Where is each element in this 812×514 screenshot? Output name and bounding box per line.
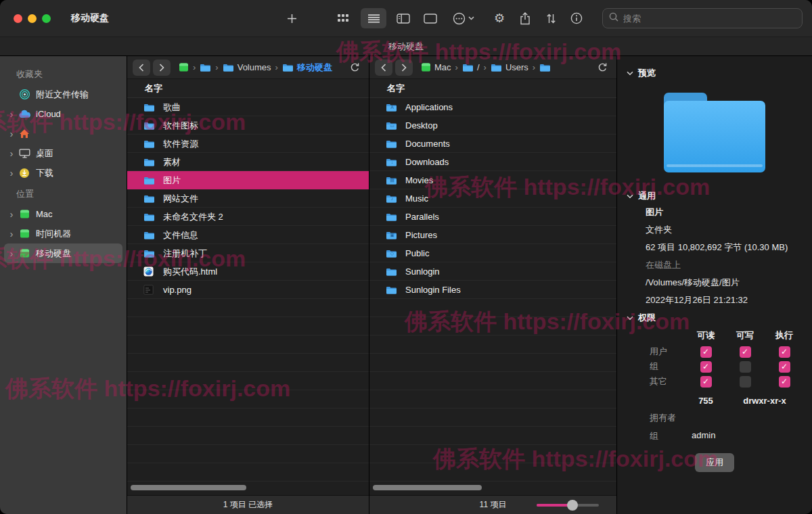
- file-name: Documents: [405, 139, 450, 149]
- file-row[interactable]: 购买代码.html: [127, 262, 369, 281]
- slider-thumb[interactable]: [567, 500, 578, 511]
- checkbox-unchecked[interactable]: [740, 376, 751, 388]
- breadcrumb-separator: ›: [193, 62, 196, 72]
- icon-size-slider[interactable]: [537, 504, 599, 507]
- file-row[interactable]: ▤Movies: [369, 171, 616, 189]
- checkbox-checked[interactable]: ✓: [700, 346, 712, 358]
- disclosure-chevron-icon[interactable]: ›: [7, 108, 16, 120]
- close-button[interactable]: [14, 14, 22, 23]
- chevron-down-icon: [627, 71, 633, 76]
- back-button[interactable]: [375, 60, 392, 76]
- file-row[interactable]: Sunlogin: [369, 262, 616, 281]
- checkbox-checked[interactable]: ✓: [740, 346, 751, 358]
- traffic-lights: [14, 14, 56, 23]
- breadcrumb-separator: ›: [533, 62, 535, 72]
- file-row[interactable]: 软件资源: [127, 135, 369, 153]
- checkbox-checked[interactable]: ✓: [700, 361, 712, 373]
- sidebar-item[interactable]: ›移动硬盘: [4, 243, 122, 263]
- disclosure-chevron-icon[interactable]: ›: [7, 147, 16, 159]
- breadcrumb-segment[interactable]: [200, 63, 211, 72]
- fullscreen-button[interactable]: [42, 14, 51, 23]
- list-view-button[interactable]: [361, 8, 386, 28]
- breadcrumb: ››Volumes›移动硬盘: [179, 62, 346, 74]
- permissions-section-header[interactable]: 权限: [627, 312, 803, 324]
- share-button[interactable]: [514, 8, 537, 28]
- file-row[interactable]: 文件信息: [127, 226, 369, 244]
- search-field[interactable]: [602, 8, 803, 28]
- forward-button[interactable]: [395, 60, 413, 76]
- disclosure-chevron-icon[interactable]: ›: [7, 228, 16, 239]
- breadcrumb-segment[interactable]: /: [462, 62, 480, 72]
- file-row[interactable]: 图片: [127, 171, 369, 189]
- search-input[interactable]: [623, 14, 786, 24]
- file-row[interactable]: 网站文件: [127, 189, 369, 208]
- folder-icon: [223, 63, 234, 72]
- tab-mobile-disk[interactable]: 移动硬盘: [388, 41, 424, 53]
- checkbox-checked[interactable]: ✓: [779, 346, 790, 358]
- horizontal-scrollbar[interactable]: [373, 485, 482, 490]
- checkbox-checked[interactable]: ✓: [779, 376, 790, 388]
- sidebar-item[interactable]: ›: [4, 124, 122, 143]
- file-row[interactable]: 素材: [127, 153, 369, 171]
- disclosure-chevron-icon[interactable]: ›: [7, 128, 16, 139]
- back-button[interactable]: [133, 60, 150, 76]
- sidebar-item[interactable]: 附近文件传输: [4, 85, 122, 104]
- status-text: 1 项目 已选择: [223, 499, 273, 511]
- file-row[interactable]: 软件图标: [127, 116, 369, 135]
- sidebar-item[interactable]: ›下载: [4, 163, 122, 183]
- apply-button[interactable]: 应用: [695, 453, 734, 472]
- breadcrumb-segment[interactable]: 移动硬盘: [282, 62, 332, 74]
- breadcrumb-segment[interactable]: [539, 63, 551, 72]
- info-button[interactable]: [565, 8, 588, 28]
- disclosure-chevron-icon[interactable]: ›: [7, 248, 16, 259]
- column-view-button[interactable]: [392, 8, 415, 28]
- disclosure-chevron-icon[interactable]: ›: [7, 167, 16, 179]
- file-row[interactable]: ◇Public: [369, 244, 616, 262]
- file-row[interactable]: Parallels: [369, 208, 616, 226]
- settings-button[interactable]: ⚙: [488, 8, 511, 28]
- sort-button[interactable]: [539, 8, 562, 28]
- checkbox-unchecked[interactable]: [740, 361, 751, 373]
- breadcrumb-segment[interactable]: Volumes: [223, 62, 271, 72]
- drive-icon: [18, 248, 31, 259]
- file-row[interactable]: 注册机补丁: [127, 244, 369, 262]
- file-row[interactable]: AApplications: [369, 98, 616, 116]
- sidebar-item[interactable]: ›桌面: [4, 143, 122, 163]
- sidebar-item[interactable]: ›时间机器: [4, 224, 122, 243]
- horizontal-scrollbar[interactable]: [131, 485, 246, 490]
- file-row[interactable]: Documents: [369, 135, 616, 153]
- file-row[interactable]: ▭Desktop: [369, 116, 616, 135]
- folder-icon: [143, 212, 158, 223]
- forward-button[interactable]: [153, 60, 171, 76]
- column-header-name[interactable]: 名字: [127, 79, 369, 98]
- refresh-button[interactable]: [346, 62, 363, 72]
- general-section-header[interactable]: 通用: [627, 190, 803, 202]
- preview-section-header[interactable]: 预览: [627, 67, 803, 79]
- file-row[interactable]: ↓Downloads: [369, 153, 616, 171]
- breadcrumb-segment[interactable]: [179, 62, 189, 72]
- slider-fill: [537, 504, 571, 507]
- new-tab-button[interactable]: [280, 8, 303, 28]
- file-row[interactable]: 歌曲: [127, 98, 369, 116]
- chevron-down-icon: [627, 316, 633, 321]
- breadcrumb-segment[interactable]: Mac: [421, 62, 451, 72]
- file-row[interactable]: ♪Music: [369, 189, 616, 208]
- disclosure-chevron-icon[interactable]: ›: [7, 208, 16, 220]
- column-header-name[interactable]: 名字: [369, 79, 616, 98]
- path-bar-right: Mac›/›Users›: [369, 56, 616, 79]
- sidebar-item[interactable]: ›iCloud: [4, 104, 122, 124]
- sidebar-item[interactable]: ›Mac: [4, 204, 122, 224]
- file-row[interactable]: 未命名文件夹 2: [127, 208, 369, 226]
- file-row[interactable]: vip.png: [127, 281, 369, 299]
- file-row[interactable]: ▣Pictures: [369, 226, 616, 244]
- breadcrumb-separator: ›: [275, 62, 278, 72]
- minimize-button[interactable]: [28, 14, 37, 23]
- icon-view-button[interactable]: [332, 8, 355, 28]
- file-row[interactable]: Sunlogin Files: [369, 281, 616, 299]
- checkbox-checked[interactable]: ✓: [700, 376, 712, 388]
- more-options-button[interactable]: [449, 8, 478, 28]
- breadcrumb-segment[interactable]: Users: [491, 62, 528, 72]
- refresh-button[interactable]: [593, 62, 611, 72]
- checkbox-checked[interactable]: ✓: [779, 361, 790, 373]
- gallery-view-button[interactable]: [419, 8, 442, 28]
